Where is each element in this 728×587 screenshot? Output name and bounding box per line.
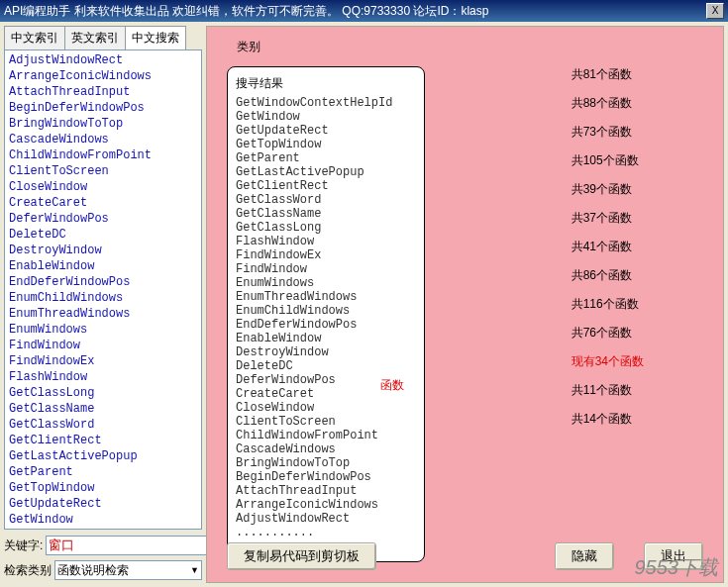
popup-item[interactable]: BringWindowToTop <box>236 456 416 470</box>
list-item[interactable]: FindWindowEx <box>7 353 199 369</box>
result-count: 共37个函数 <box>572 210 644 227</box>
popup-item[interactable]: EnumChildWindows <box>236 304 416 318</box>
result-count: 共88个函数 <box>572 95 644 112</box>
exit-button[interactable]: 退出 <box>644 542 703 570</box>
popup-item[interactable]: GetClassWord <box>236 193 416 207</box>
list-item[interactable]: DeferWindowPos <box>7 211 199 227</box>
result-count: 现有34个函数 <box>572 353 644 370</box>
tabs: 中文索引 英文索引 中文搜索 <box>4 26 202 49</box>
list-item[interactable]: FlashWindow <box>7 369 199 385</box>
popup-item[interactable]: GetTopWindow <box>236 138 416 151</box>
popup-item[interactable]: EnumThreadWindows <box>236 290 416 304</box>
popup-item[interactable]: GetClassLong <box>236 221 416 235</box>
popup-item[interactable]: ........... <box>236 526 416 539</box>
list-item[interactable]: GetWindowContextHelpId <box>7 528 199 530</box>
list-item[interactable]: GetTopWindow <box>7 480 199 496</box>
hide-button[interactable]: 隐藏 <box>555 542 614 570</box>
panel-category-label: 类别 <box>237 39 260 55</box>
popup-item[interactable]: ArrangeIconicWindows <box>236 498 416 512</box>
result-count: 共81个函数 <box>572 66 644 83</box>
list-item[interactable]: GetWindow <box>7 512 199 528</box>
list-item[interactable]: EnumWindows <box>7 322 199 338</box>
list-item[interactable]: EnumChildWindows <box>7 290 199 306</box>
copy-code-button[interactable]: 复制易代码到剪切板 <box>227 542 376 570</box>
bottom-buttons: 复制易代码到剪切板 隐藏 退出 <box>207 542 723 570</box>
popup-item[interactable]: AttachThreadInput <box>236 484 416 498</box>
content-panel: 类别 搜寻结果 GetWindowContextHelpIdGetWindowG… <box>206 26 724 583</box>
list-item[interactable]: AdjustWindowRect <box>7 52 199 68</box>
result-count: 共105个函数 <box>572 152 644 169</box>
popup-item[interactable]: GetWindow <box>236 110 416 124</box>
list-item[interactable]: FindWindow <box>7 338 199 353</box>
list-item[interactable]: EnumThreadWindows <box>7 306 199 322</box>
category-label: 检索类别 <box>4 562 52 579</box>
result-count: 共14个函数 <box>572 411 644 428</box>
popup-item[interactable]: CascadeWindows <box>236 442 416 456</box>
popup-item[interactable]: EndDeferWindowPos <box>236 318 416 332</box>
popup-item[interactable]: GetClientRect <box>236 179 416 193</box>
popup-list[interactable]: GetWindowContextHelpIdGetWindowGetUpdate… <box>236 96 416 553</box>
result-count: 共73个函数 <box>572 124 644 141</box>
category-value: 函数说明检索 <box>57 562 190 579</box>
results-counts: 共81个函数共88个函数共73个函数共105个函数共39个函数共37个函数共41… <box>572 66 644 440</box>
popup-item[interactable]: CloseWindow <box>236 401 416 415</box>
list-item[interactable]: GetClientRect <box>7 433 199 448</box>
list-item[interactable]: EnableWindow <box>7 258 199 274</box>
chevron-down-icon: ▼ <box>190 565 199 575</box>
title-text: API编程助手 利来软件收集出品 欢迎纠错，软件方可不断完善。 QQ:97333… <box>4 0 704 22</box>
list-item[interactable]: ChildWindowFromPoint <box>7 147 199 163</box>
list-item[interactable]: EndDeferWindowPos <box>7 274 199 290</box>
result-count: 共116个函数 <box>572 296 644 313</box>
search-controls: 关键字: 搜 检索类别 函数说明检索 ▼ <box>4 534 202 583</box>
popup-title: 搜寻结果 <box>236 75 416 92</box>
category-select[interactable]: 函数说明检索 ▼ <box>54 560 202 580</box>
popup-item[interactable]: DestroyWindow <box>236 345 416 359</box>
result-count: 共11个函数 <box>572 382 644 399</box>
left-panel: 中文索引 英文索引 中文搜索 AdjustWindowRectArrangeIc… <box>4 26 202 583</box>
tab-cn-search[interactable]: 中文搜索 <box>125 26 186 49</box>
tab-en-index[interactable]: 英文索引 <box>64 26 126 49</box>
list-item[interactable]: GetClassWord <box>7 417 199 433</box>
popup-item[interactable]: AdjustWindowRect <box>236 512 416 526</box>
list-item[interactable]: CascadeWindows <box>7 132 199 147</box>
close-button[interactable]: X <box>706 3 724 19</box>
list-item[interactable]: CloseWindow <box>7 179 199 195</box>
overlay-red-text: 函数 <box>380 377 404 394</box>
list-item[interactable]: BeginDeferWindowPos <box>7 100 199 116</box>
result-count: 共86个函数 <box>572 267 644 284</box>
tab-cn-index[interactable]: 中文索引 <box>4 26 65 49</box>
list-item[interactable]: GetParent <box>7 464 199 480</box>
list-item[interactable]: GetClassLong <box>7 385 199 401</box>
list-item[interactable]: GetUpdateRect <box>7 496 199 512</box>
list-item[interactable]: CreateCaret <box>7 195 199 211</box>
titlebar: API编程助手 利来软件收集出品 欢迎纠错，软件方可不断完善。 QQ:97333… <box>0 0 728 22</box>
popup-item[interactable]: FlashWindow <box>236 235 416 248</box>
popup-item[interactable]: GetUpdateRect <box>236 124 416 138</box>
keyword-input[interactable] <box>46 536 218 555</box>
popup-item[interactable]: DeleteDC <box>236 359 416 373</box>
results-popup: 搜寻结果 GetWindowContextHelpIdGetWindowGetU… <box>227 66 425 562</box>
popup-item[interactable]: ChildWindowFromPoint <box>236 429 416 442</box>
popup-item[interactable]: EnableWindow <box>236 332 416 345</box>
list-item[interactable]: GetClassName <box>7 401 199 417</box>
popup-item[interactable]: EnumWindows <box>236 276 416 290</box>
api-list[interactable]: AdjustWindowRectArrangeIconicWindowsAtta… <box>4 49 202 530</box>
list-item[interactable]: ArrangeIconicWindows <box>7 68 199 84</box>
popup-item[interactable]: FindWindow <box>236 262 416 276</box>
list-item[interactable]: GetLastActivePopup <box>7 448 199 464</box>
keyword-label: 关键字: <box>4 538 43 554</box>
popup-item[interactable]: BeginDeferWindowPos <box>236 470 416 484</box>
popup-item[interactable]: GetParent <box>236 151 416 165</box>
popup-item[interactable]: GetWindowContextHelpId <box>236 96 416 110</box>
result-count: 共76个函数 <box>572 325 644 342</box>
popup-item[interactable]: GetLastActivePopup <box>236 165 416 179</box>
popup-item[interactable]: GetClassName <box>236 207 416 221</box>
list-item[interactable]: DeleteDC <box>7 227 199 243</box>
popup-item[interactable]: FindWindowEx <box>236 248 416 262</box>
result-count: 共39个函数 <box>572 181 644 198</box>
list-item[interactable]: ClientToScreen <box>7 163 199 179</box>
list-item[interactable]: DestroyWindow <box>7 243 199 258</box>
list-item[interactable]: AttachThreadInput <box>7 84 199 100</box>
popup-item[interactable]: ClientToScreen <box>236 415 416 429</box>
list-item[interactable]: BringWindowToTop <box>7 116 199 132</box>
